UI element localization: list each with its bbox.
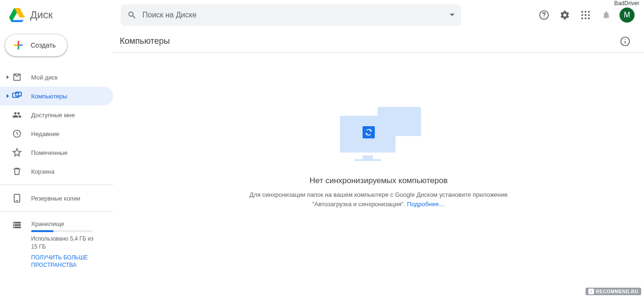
main-content: Компьютеры Нет синхронизируемых компьюте… — [113, 30, 644, 298]
svg-point-3 — [585, 11, 586, 13]
nav-label: Резервные копии — [31, 195, 80, 202]
storage-title: Хранилище — [31, 220, 102, 227]
storage-block: Хранилище Использовано 5,4 ГБ из 15 ГБ П… — [0, 216, 113, 269]
drive-logo-icon — [8, 6, 26, 24]
trash-icon — [11, 166, 23, 177]
sync-icon — [363, 126, 375, 138]
computers-icon — [11, 90, 23, 102]
svg-point-8 — [581, 17, 583, 19]
nav-trash[interactable]: Корзина — [0, 162, 113, 181]
app-header: Диск M — [0, 0, 644, 30]
search-options-caret-icon[interactable] — [450, 14, 454, 16]
caret-icon — [7, 75, 9, 79]
my-drive-icon — [11, 72, 23, 83]
help-button[interactable] — [535, 6, 553, 24]
caret-icon — [7, 94, 9, 98]
settings-button[interactable] — [555, 6, 574, 24]
nav-my-drive[interactable]: Мой диск — [0, 68, 113, 87]
watermark: RECOMMEND.RU — [586, 288, 641, 295]
empty-state: Нет синхронизируемых компьютеров Для син… — [113, 53, 644, 298]
nav-list: Мой диск Компьютеры Доступные мне Недавн… — [0, 64, 113, 181]
nav-label: Мой диск — [31, 74, 58, 81]
avatar: M — [619, 8, 635, 23]
nav-backups[interactable]: Резервные копии — [0, 189, 113, 208]
search-input[interactable] — [142, 11, 444, 19]
svg-point-5 — [581, 14, 583, 16]
details-button[interactable] — [616, 32, 635, 51]
svg-point-10 — [588, 17, 590, 19]
storage-icon — [12, 220, 24, 232]
svg-point-9 — [585, 17, 586, 19]
search-wrap — [121, 4, 461, 26]
nav-computers[interactable]: Компьютеры — [0, 87, 113, 105]
learn-more-link[interactable]: Подробнее… — [407, 201, 445, 208]
notifications-button[interactable] — [597, 6, 616, 24]
storage-used-text: Использовано 5,4 ГБ из 15 ГБ — [31, 235, 97, 251]
create-label: Создать — [31, 41, 56, 49]
empty-text: Для синхронизации папок на вашем компьют… — [247, 190, 511, 209]
svg-point-17 — [625, 39, 626, 40]
header-actions: M — [535, 6, 640, 24]
svg-point-1 — [544, 16, 545, 17]
account-name-label: BadDriver — [614, 0, 639, 7]
empty-illustration — [331, 105, 426, 161]
nav-shared[interactable]: Доступные мне — [0, 105, 113, 124]
recent-icon — [11, 128, 23, 139]
separator — [0, 211, 113, 212]
svg-point-7 — [588, 14, 590, 16]
nav-recent[interactable]: Недавние — [0, 124, 113, 143]
svg-point-6 — [585, 14, 586, 16]
nav-label: Недавние — [31, 130, 59, 137]
content-header: Компьютеры — [113, 30, 644, 53]
account-button[interactable]: M — [618, 6, 636, 24]
svg-rect-14 — [14, 194, 20, 202]
nav-starred[interactable]: Помеченные — [0, 143, 113, 162]
search-bar[interactable] — [121, 4, 461, 26]
plus-icon — [12, 39, 25, 52]
svg-point-4 — [588, 11, 590, 13]
create-button[interactable]: Создать — [5, 34, 67, 56]
search-icon — [127, 10, 137, 20]
app-name: Диск — [30, 9, 53, 21]
shared-icon — [11, 109, 23, 121]
nav-label: Компьютеры — [31, 93, 67, 100]
nav-label: Помеченные — [31, 149, 67, 156]
page-title: Компьютеры — [120, 36, 170, 46]
separator — [0, 185, 113, 185]
storage-upgrade-link[interactable]: ПОЛУЧИТЬ БОЛЬШЕ ПРОСТРАНСТВА — [31, 254, 102, 270]
backups-icon — [11, 193, 23, 204]
nav-label: Доступные мне — [31, 112, 75, 119]
star-icon — [11, 147, 23, 158]
nav-label: Корзина — [31, 168, 55, 175]
storage-bar — [31, 230, 92, 232]
sidebar: Создать Мой диск Компьютеры Доступные мн… — [0, 30, 113, 298]
logo-wrap[interactable]: Диск — [8, 6, 121, 24]
apps-button[interactable] — [576, 6, 595, 24]
empty-heading: Нет синхронизируемых компьютеров — [309, 176, 447, 185]
svg-point-2 — [581, 11, 583, 13]
